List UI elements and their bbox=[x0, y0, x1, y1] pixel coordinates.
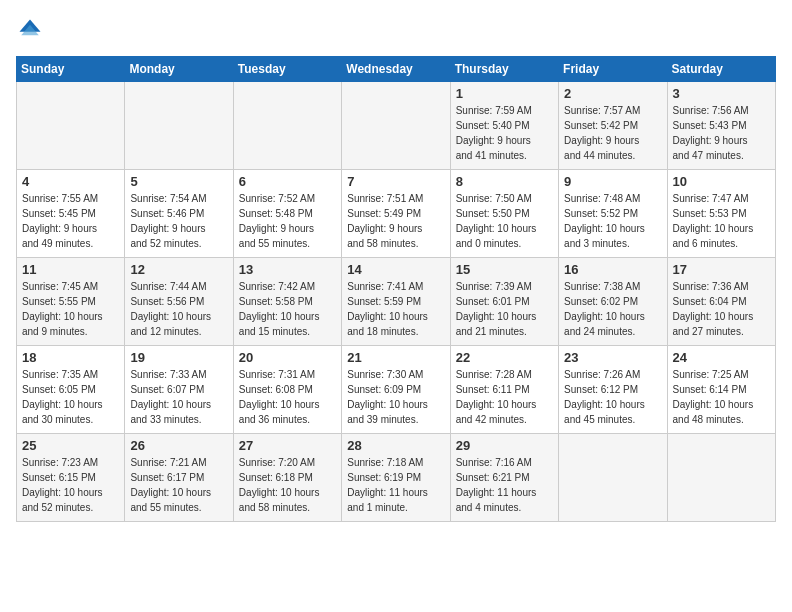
day-info: Sunrise: 7:59 AM Sunset: 5:40 PM Dayligh… bbox=[456, 103, 553, 163]
week-row-0: 1Sunrise: 7:59 AM Sunset: 5:40 PM Daylig… bbox=[17, 82, 776, 170]
day-info: Sunrise: 7:47 AM Sunset: 5:53 PM Dayligh… bbox=[673, 191, 770, 251]
day-number: 13 bbox=[239, 262, 336, 277]
calendar-cell bbox=[342, 82, 450, 170]
header-row: Sunday Monday Tuesday Wednesday Thursday… bbox=[17, 57, 776, 82]
day-number: 25 bbox=[22, 438, 119, 453]
col-tuesday: Tuesday bbox=[233, 57, 341, 82]
day-info: Sunrise: 7:25 AM Sunset: 6:14 PM Dayligh… bbox=[673, 367, 770, 427]
day-info: Sunrise: 7:56 AM Sunset: 5:43 PM Dayligh… bbox=[673, 103, 770, 163]
col-thursday: Thursday bbox=[450, 57, 558, 82]
day-number: 1 bbox=[456, 86, 553, 101]
calendar-cell: 2Sunrise: 7:57 AM Sunset: 5:42 PM Daylig… bbox=[559, 82, 667, 170]
day-number: 8 bbox=[456, 174, 553, 189]
calendar-cell: 6Sunrise: 7:52 AM Sunset: 5:48 PM Daylig… bbox=[233, 170, 341, 258]
calendar-cell: 15Sunrise: 7:39 AM Sunset: 6:01 PM Dayli… bbox=[450, 258, 558, 346]
day-info: Sunrise: 7:30 AM Sunset: 6:09 PM Dayligh… bbox=[347, 367, 444, 427]
day-number: 2 bbox=[564, 86, 661, 101]
week-row-3: 18Sunrise: 7:35 AM Sunset: 6:05 PM Dayli… bbox=[17, 346, 776, 434]
day-info: Sunrise: 7:38 AM Sunset: 6:02 PM Dayligh… bbox=[564, 279, 661, 339]
day-info: Sunrise: 7:54 AM Sunset: 5:46 PM Dayligh… bbox=[130, 191, 227, 251]
day-info: Sunrise: 7:57 AM Sunset: 5:42 PM Dayligh… bbox=[564, 103, 661, 163]
day-info: Sunrise: 7:50 AM Sunset: 5:50 PM Dayligh… bbox=[456, 191, 553, 251]
calendar-cell: 25Sunrise: 7:23 AM Sunset: 6:15 PM Dayli… bbox=[17, 434, 125, 522]
calendar-cell bbox=[125, 82, 233, 170]
day-info: Sunrise: 7:42 AM Sunset: 5:58 PM Dayligh… bbox=[239, 279, 336, 339]
col-saturday: Saturday bbox=[667, 57, 775, 82]
day-number: 26 bbox=[130, 438, 227, 453]
calendar-cell: 26Sunrise: 7:21 AM Sunset: 6:17 PM Dayli… bbox=[125, 434, 233, 522]
day-info: Sunrise: 7:52 AM Sunset: 5:48 PM Dayligh… bbox=[239, 191, 336, 251]
day-number: 24 bbox=[673, 350, 770, 365]
day-info: Sunrise: 7:20 AM Sunset: 6:18 PM Dayligh… bbox=[239, 455, 336, 515]
calendar-cell bbox=[559, 434, 667, 522]
logo-icon bbox=[16, 16, 44, 44]
day-info: Sunrise: 7:55 AM Sunset: 5:45 PM Dayligh… bbox=[22, 191, 119, 251]
day-info: Sunrise: 7:35 AM Sunset: 6:05 PM Dayligh… bbox=[22, 367, 119, 427]
calendar-cell: 27Sunrise: 7:20 AM Sunset: 6:18 PM Dayli… bbox=[233, 434, 341, 522]
day-number: 23 bbox=[564, 350, 661, 365]
col-friday: Friday bbox=[559, 57, 667, 82]
calendar-header: Sunday Monday Tuesday Wednesday Thursday… bbox=[17, 57, 776, 82]
day-info: Sunrise: 7:36 AM Sunset: 6:04 PM Dayligh… bbox=[673, 279, 770, 339]
calendar-cell: 29Sunrise: 7:16 AM Sunset: 6:21 PM Dayli… bbox=[450, 434, 558, 522]
calendar-cell: 14Sunrise: 7:41 AM Sunset: 5:59 PM Dayli… bbox=[342, 258, 450, 346]
calendar-cell: 11Sunrise: 7:45 AM Sunset: 5:55 PM Dayli… bbox=[17, 258, 125, 346]
day-number: 22 bbox=[456, 350, 553, 365]
day-number: 10 bbox=[673, 174, 770, 189]
day-info: Sunrise: 7:23 AM Sunset: 6:15 PM Dayligh… bbox=[22, 455, 119, 515]
day-number: 12 bbox=[130, 262, 227, 277]
day-number: 28 bbox=[347, 438, 444, 453]
calendar-cell: 10Sunrise: 7:47 AM Sunset: 5:53 PM Dayli… bbox=[667, 170, 775, 258]
calendar-cell: 5Sunrise: 7:54 AM Sunset: 5:46 PM Daylig… bbox=[125, 170, 233, 258]
calendar-cell bbox=[17, 82, 125, 170]
day-number: 6 bbox=[239, 174, 336, 189]
calendar-cell: 17Sunrise: 7:36 AM Sunset: 6:04 PM Dayli… bbox=[667, 258, 775, 346]
day-number: 9 bbox=[564, 174, 661, 189]
calendar-cell: 9Sunrise: 7:48 AM Sunset: 5:52 PM Daylig… bbox=[559, 170, 667, 258]
calendar-cell bbox=[233, 82, 341, 170]
day-number: 14 bbox=[347, 262, 444, 277]
calendar-cell: 21Sunrise: 7:30 AM Sunset: 6:09 PM Dayli… bbox=[342, 346, 450, 434]
calendar-cell: 22Sunrise: 7:28 AM Sunset: 6:11 PM Dayli… bbox=[450, 346, 558, 434]
day-number: 3 bbox=[673, 86, 770, 101]
day-info: Sunrise: 7:18 AM Sunset: 6:19 PM Dayligh… bbox=[347, 455, 444, 515]
calendar-cell: 20Sunrise: 7:31 AM Sunset: 6:08 PM Dayli… bbox=[233, 346, 341, 434]
calendar-cell: 13Sunrise: 7:42 AM Sunset: 5:58 PM Dayli… bbox=[233, 258, 341, 346]
day-info: Sunrise: 7:28 AM Sunset: 6:11 PM Dayligh… bbox=[456, 367, 553, 427]
day-number: 20 bbox=[239, 350, 336, 365]
col-monday: Monday bbox=[125, 57, 233, 82]
day-info: Sunrise: 7:33 AM Sunset: 6:07 PM Dayligh… bbox=[130, 367, 227, 427]
logo bbox=[16, 16, 48, 44]
calendar-cell: 16Sunrise: 7:38 AM Sunset: 6:02 PM Dayli… bbox=[559, 258, 667, 346]
day-info: Sunrise: 7:26 AM Sunset: 6:12 PM Dayligh… bbox=[564, 367, 661, 427]
calendar-cell: 12Sunrise: 7:44 AM Sunset: 5:56 PM Dayli… bbox=[125, 258, 233, 346]
calendar-cell: 7Sunrise: 7:51 AM Sunset: 5:49 PM Daylig… bbox=[342, 170, 450, 258]
day-info: Sunrise: 7:21 AM Sunset: 6:17 PM Dayligh… bbox=[130, 455, 227, 515]
day-info: Sunrise: 7:39 AM Sunset: 6:01 PM Dayligh… bbox=[456, 279, 553, 339]
day-number: 29 bbox=[456, 438, 553, 453]
calendar-cell: 18Sunrise: 7:35 AM Sunset: 6:05 PM Dayli… bbox=[17, 346, 125, 434]
week-row-4: 25Sunrise: 7:23 AM Sunset: 6:15 PM Dayli… bbox=[17, 434, 776, 522]
day-info: Sunrise: 7:31 AM Sunset: 6:08 PM Dayligh… bbox=[239, 367, 336, 427]
week-row-1: 4Sunrise: 7:55 AM Sunset: 5:45 PM Daylig… bbox=[17, 170, 776, 258]
calendar-cell: 1Sunrise: 7:59 AM Sunset: 5:40 PM Daylig… bbox=[450, 82, 558, 170]
col-sunday: Sunday bbox=[17, 57, 125, 82]
calendar-cell: 19Sunrise: 7:33 AM Sunset: 6:07 PM Dayli… bbox=[125, 346, 233, 434]
day-info: Sunrise: 7:44 AM Sunset: 5:56 PM Dayligh… bbox=[130, 279, 227, 339]
day-number: 4 bbox=[22, 174, 119, 189]
calendar-cell: 3Sunrise: 7:56 AM Sunset: 5:43 PM Daylig… bbox=[667, 82, 775, 170]
day-info: Sunrise: 7:51 AM Sunset: 5:49 PM Dayligh… bbox=[347, 191, 444, 251]
calendar-body: 1Sunrise: 7:59 AM Sunset: 5:40 PM Daylig… bbox=[17, 82, 776, 522]
day-info: Sunrise: 7:41 AM Sunset: 5:59 PM Dayligh… bbox=[347, 279, 444, 339]
day-number: 7 bbox=[347, 174, 444, 189]
calendar-cell: 4Sunrise: 7:55 AM Sunset: 5:45 PM Daylig… bbox=[17, 170, 125, 258]
day-number: 17 bbox=[673, 262, 770, 277]
day-number: 5 bbox=[130, 174, 227, 189]
calendar-table: Sunday Monday Tuesday Wednesday Thursday… bbox=[16, 56, 776, 522]
day-info: Sunrise: 7:48 AM Sunset: 5:52 PM Dayligh… bbox=[564, 191, 661, 251]
day-number: 18 bbox=[22, 350, 119, 365]
calendar-cell: 8Sunrise: 7:50 AM Sunset: 5:50 PM Daylig… bbox=[450, 170, 558, 258]
col-wednesday: Wednesday bbox=[342, 57, 450, 82]
calendar-cell: 28Sunrise: 7:18 AM Sunset: 6:19 PM Dayli… bbox=[342, 434, 450, 522]
day-number: 27 bbox=[239, 438, 336, 453]
